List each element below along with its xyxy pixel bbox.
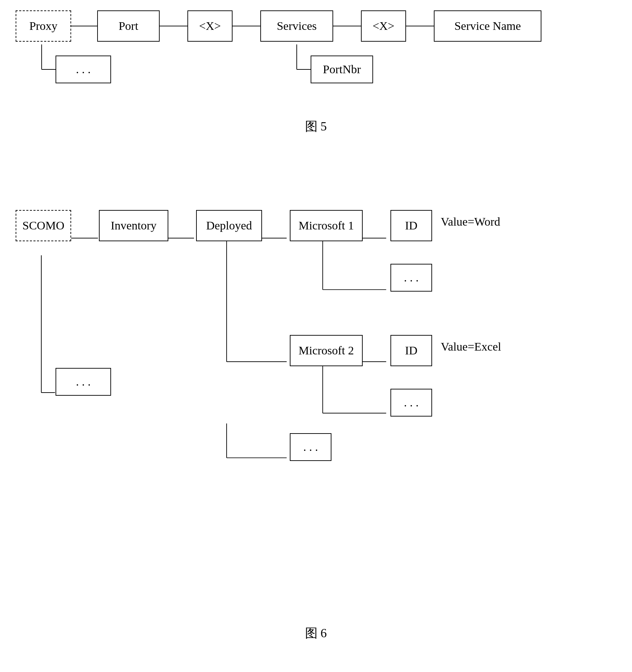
microsoft1-node: Microsoft 1 — [290, 210, 363, 241]
scomo-node: SCOMO — [16, 210, 71, 241]
dots1-node: . . . — [56, 56, 111, 83]
fig6-caption: 图 6 — [305, 625, 327, 642]
x2-node: <X> — [361, 10, 406, 42]
port-node: Port — [97, 10, 160, 42]
services-node: Services — [260, 10, 333, 42]
figure-5: Proxy Port <X> Services <X> Service Name… — [10, 7, 621, 139]
dots3-node: . . . — [290, 433, 331, 461]
inventory-node: Inventory — [99, 210, 168, 241]
dots2-node: . . . — [390, 264, 432, 292]
proxy-node: Proxy — [16, 10, 71, 42]
service-name-node: Service Name — [434, 10, 541, 42]
dots1-node: . . . — [56, 368, 111, 396]
figure-6: SCOMO Inventory Deployed Microsoft 1 ID … — [10, 194, 621, 653]
x1-node: <X> — [187, 10, 233, 42]
id1-node: ID — [390, 210, 432, 241]
value-excel-label: Value=Excel — [441, 340, 501, 353]
dots5-node: . . . — [390, 389, 432, 417]
fig5-caption: 图 5 — [305, 118, 327, 135]
deployed-node: Deployed — [196, 210, 262, 241]
value-word-label: Value=Word — [441, 215, 500, 228]
id2-node: ID — [390, 335, 432, 366]
portnbr-node: PortNbr — [311, 56, 373, 83]
microsoft2-node: Microsoft 2 — [290, 335, 363, 366]
